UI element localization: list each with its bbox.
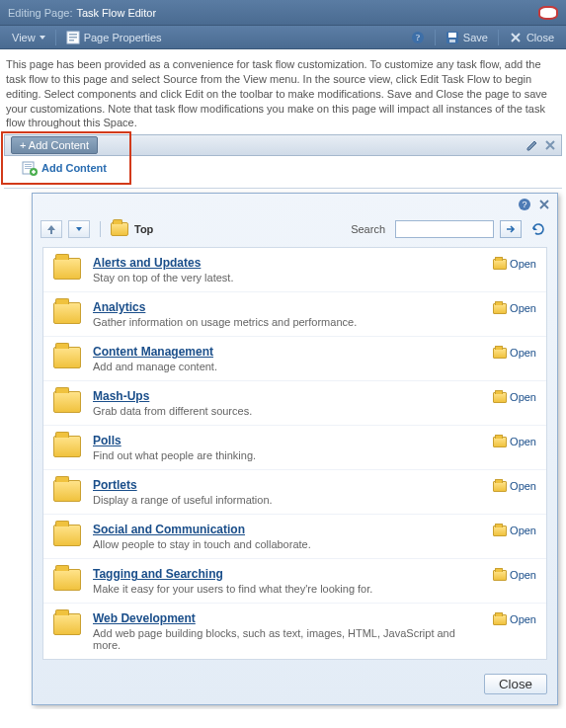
svg-rect-8 <box>449 40 455 42</box>
separator <box>55 30 56 45</box>
catalog-item: Content ManagementAdd and manage content… <box>43 337 546 381</box>
open-link-label: Open <box>510 613 536 625</box>
folder-icon <box>53 345 83 368</box>
open-link-label: Open <box>510 525 536 536</box>
view-options-button[interactable] <box>68 220 90 238</box>
dialog-close-button[interactable]: Close <box>484 674 547 694</box>
catalog-item-title[interactable]: Portlets <box>93 478 483 492</box>
dialog-close-x[interactable] <box>537 198 551 211</box>
search-label: Search <box>351 223 385 235</box>
catalog-item-title[interactable]: Polls <box>93 434 483 447</box>
open-link[interactable]: Open <box>493 300 536 314</box>
up-arrow-icon <box>45 223 57 235</box>
catalog-item: AnalyticsGather information on usage met… <box>43 292 546 337</box>
folder-icon <box>53 300 83 324</box>
catalog-item-desc: Add web page building blocks, such as te… <box>93 627 483 651</box>
breadcrumb[interactable]: Top <box>134 223 153 235</box>
catalog-item-title[interactable]: Social and Communication <box>93 523 483 536</box>
dialog-help-button[interactable]: ? <box>518 198 531 211</box>
svg-rect-10 <box>25 164 32 165</box>
page-properties-button[interactable]: Page Properties <box>60 29 168 46</box>
catalog-item: Web DevelopmentAdd web page building blo… <box>43 604 546 659</box>
open-link[interactable]: Open <box>493 389 536 403</box>
folder-icon <box>111 222 128 236</box>
open-link-label: Open <box>510 436 536 447</box>
catalog-item-title[interactable]: Tagging and Searching <box>93 567 483 581</box>
catalog-item-title[interactable]: Analytics <box>93 300 483 314</box>
add-content-button[interactable]: + Add Content <box>11 136 98 154</box>
catalog-item-title[interactable]: Content Management <box>93 345 483 359</box>
open-folder-icon <box>493 570 507 581</box>
svg-text:?: ? <box>522 200 526 209</box>
svg-rect-7 <box>448 33 456 38</box>
save-icon <box>445 31 459 44</box>
svg-rect-11 <box>25 166 32 167</box>
separator <box>498 30 499 45</box>
arrow-right-icon <box>506 224 516 234</box>
dialog-footer: Close <box>33 668 557 704</box>
catalog-item-desc: Add and manage content. <box>93 361 483 372</box>
composer-toolbar: + Add Content <box>4 134 562 156</box>
open-folder-icon <box>493 526 507 536</box>
delete-icon[interactable] <box>543 138 557 152</box>
oracle-logo-icon <box>538 6 558 20</box>
catalog-item-desc: Allow people to stay in touch and collab… <box>93 538 483 550</box>
view-menu-label: View <box>12 32 36 43</box>
catalog-item-desc: Grab data from different sources. <box>93 405 483 417</box>
save-button[interactable]: Save <box>440 29 494 46</box>
add-content-icon <box>22 160 38 176</box>
open-link-label: Open <box>510 302 536 314</box>
open-folder-icon <box>493 392 507 403</box>
up-folder-button[interactable] <box>40 220 62 238</box>
open-link[interactable]: Open <box>493 256 536 270</box>
catalog-item: PollsFind out what people are thinking.O… <box>43 426 546 470</box>
search-input[interactable] <box>395 220 494 238</box>
add-content-link[interactable]: Add Content <box>22 160 107 176</box>
catalog-item-desc: Stay on top of the very latest. <box>93 272 483 283</box>
catalog-item-desc: Display a range of useful information. <box>93 494 483 506</box>
svg-rect-2 <box>69 37 77 39</box>
catalog-item-desc: Gather information on usage metrics and … <box>93 316 483 328</box>
open-folder-icon <box>493 303 507 314</box>
chevron-down-icon <box>40 36 45 40</box>
catalog-item: Tagging and SearchingMake it easy for yo… <box>43 559 546 604</box>
chevron-down-icon <box>76 227 82 231</box>
view-menu[interactable]: View <box>6 30 51 45</box>
open-link-label: Open <box>510 391 536 403</box>
separator <box>100 221 101 237</box>
svg-text:?: ? <box>416 33 420 42</box>
svg-rect-1 <box>69 34 77 36</box>
open-link[interactable]: Open <box>493 345 536 359</box>
refresh-button[interactable] <box>527 219 549 239</box>
intro-text: This page has been provided as a conveni… <box>0 49 566 134</box>
add-content-button-label: + Add Content <box>20 139 89 151</box>
folder-icon <box>53 611 83 635</box>
search-go-button[interactable] <box>500 220 522 238</box>
dialog-close-label: Close <box>499 677 532 691</box>
refresh-icon <box>530 221 546 237</box>
folder-icon <box>53 256 83 280</box>
edit-icon[interactable] <box>526 138 539 152</box>
help-button[interactable]: ? <box>405 29 431 46</box>
close-page-button[interactable]: Close <box>503 29 560 46</box>
catalog-item-desc: Find out what people are thinking. <box>93 449 483 461</box>
open-link[interactable]: Open <box>493 611 536 625</box>
close-label: Close <box>526 32 554 43</box>
catalog-dialog: ? Top Search Alerts and <box>32 193 558 705</box>
catalog-item-title[interactable]: Alerts and Updates <box>93 256 483 270</box>
catalog-item: PortletsDisplay a range of useful inform… <box>43 470 546 515</box>
help-icon: ? <box>518 198 531 211</box>
catalog-item: Alerts and UpdatesStay on top of the ver… <box>43 248 546 292</box>
open-link[interactable]: Open <box>493 567 536 581</box>
open-link[interactable]: Open <box>493 478 536 492</box>
catalog-item-title[interactable]: Web Development <box>93 611 483 625</box>
open-link-label: Open <box>510 258 536 270</box>
open-folder-icon <box>493 437 507 447</box>
open-link-label: Open <box>510 569 536 581</box>
open-link[interactable]: Open <box>493 434 536 447</box>
catalog-item-title[interactable]: Mash-Ups <box>93 389 483 403</box>
editor-area: + Add Content Add Content <box>4 134 562 705</box>
open-folder-icon <box>493 348 507 359</box>
open-link[interactable]: Open <box>493 523 536 536</box>
folder-icon <box>53 523 83 546</box>
